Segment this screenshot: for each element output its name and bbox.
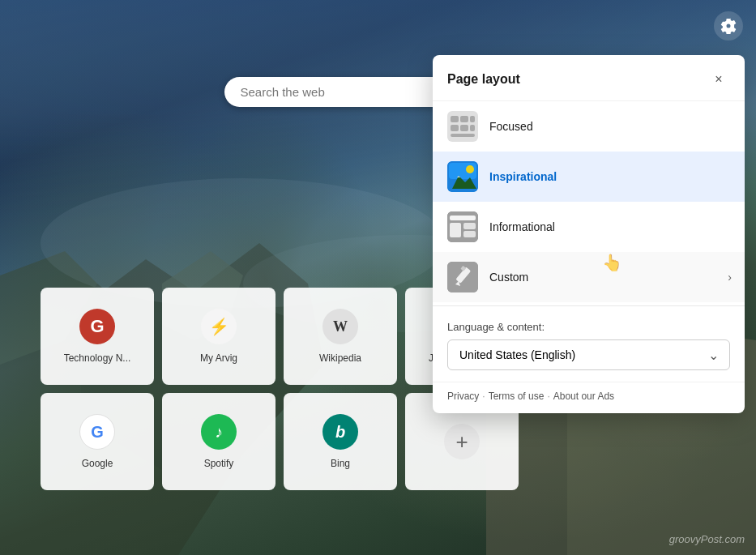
svg-rect-23 — [450, 223, 461, 237]
privacy-link[interactable]: Privacy — [447, 391, 479, 402]
svg-rect-11 — [470, 116, 475, 122]
svg-rect-24 — [463, 223, 476, 229]
svg-rect-9 — [451, 116, 459, 122]
layout-option-informational[interactable]: Informational — [433, 202, 745, 252]
settings-gear-button[interactable] — [714, 11, 743, 41]
layout-option-focused[interactable]: Focused — [433, 101, 745, 152]
svg-rect-25 — [463, 231, 476, 237]
footer-dot-2: · — [547, 391, 549, 402]
add-icon: + — [444, 424, 480, 459]
informational-option-label: Informational — [489, 220, 555, 233]
layout-option-inspirational[interactable]: Inspirational — [433, 152, 745, 202]
quicklink-spotify-label: Spotify — [204, 458, 234, 469]
inspirational-option-label: Inspirational — [489, 170, 557, 183]
custom-icon — [447, 262, 478, 292]
language-section: Language & content: United States (Engli… — [433, 310, 745, 382]
spotify-icon: ♪ — [201, 414, 237, 450]
quicklink-wikipedia[interactable]: W Wikipedia — [284, 288, 397, 385]
wikipedia-icon: W — [322, 309, 358, 344]
watermark: groovyPost.com — [669, 533, 745, 545]
inspirational-icon — [447, 161, 478, 192]
panel-header: Page layout × — [433, 55, 745, 101]
focused-icon — [447, 111, 478, 142]
quicklink-bing-label: Bing — [331, 458, 350, 469]
technology-icon: G — [79, 309, 115, 344]
bing-icon: b — [322, 414, 358, 450]
custom-chevron-icon: › — [728, 271, 732, 284]
focused-option-label: Focused — [489, 120, 533, 133]
quicklink-spotify[interactable]: ♪ Spotify — [162, 393, 275, 490]
about-ads-link[interactable]: About our Ads — [553, 391, 614, 402]
gear-icon — [720, 18, 737, 34]
quicklink-arvig-label: My Arvig — [200, 352, 237, 364]
quicklink-bing[interactable]: b Bing — [284, 393, 397, 490]
terms-link[interactable]: Terms of use — [489, 391, 545, 402]
page-layout-panel: Page layout × Focused — [433, 55, 745, 413]
layout-option-custom[interactable]: Custom › — [433, 252, 745, 302]
panel-footer: Privacy · Terms of use · About our Ads — [433, 382, 745, 413]
quicklink-technology-label: Technology N... — [64, 352, 131, 364]
language-select[interactable]: United States (English) United Kingdom (… — [447, 339, 730, 370]
informational-icon — [447, 211, 478, 242]
svg-point-19 — [466, 165, 474, 173]
svg-rect-14 — [470, 125, 475, 131]
language-select-wrapper: United States (English) United Kingdom (… — [447, 339, 730, 370]
svg-rect-10 — [460, 116, 468, 122]
svg-rect-15 — [451, 134, 475, 137]
arvig-icon: ⚡ — [201, 309, 237, 344]
quicklink-google-label: Google — [82, 458, 113, 469]
panel-close-button[interactable]: × — [707, 68, 730, 91]
language-label: Language & content: — [447, 321, 730, 333]
quicklink-technology[interactable]: G Technology N... — [41, 288, 154, 385]
footer-dot-1: · — [482, 391, 485, 402]
quicklink-arvig[interactable]: ⚡ My Arvig — [162, 288, 275, 385]
panel-title: Page layout — [447, 72, 520, 87]
google-icon: G — [79, 414, 115, 450]
svg-rect-22 — [450, 216, 476, 220]
svg-rect-13 — [460, 125, 468, 131]
custom-option-label: Custom — [489, 271, 528, 284]
quicklink-wikipedia-label: Wikipedia — [319, 352, 361, 364]
panel-divider — [433, 305, 745, 306]
svg-rect-12 — [451, 125, 459, 131]
quicklink-google[interactable]: G Google — [41, 393, 154, 490]
